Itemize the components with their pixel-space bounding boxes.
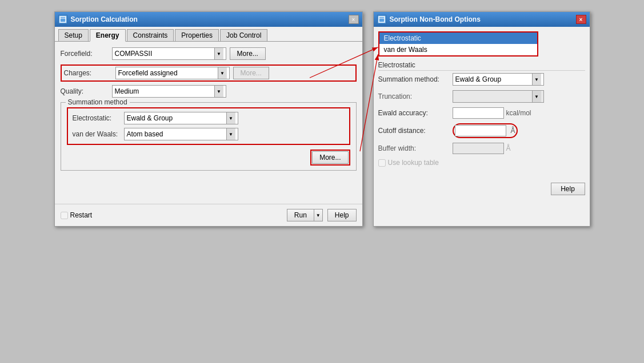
sorption-calc-bottombar: Restart Run ▼ Help (55, 204, 362, 226)
run-arrow-button[interactable]: ▼ (314, 209, 323, 221)
electrostatic-dropdown[interactable]: Ewald & Group ▼ (124, 112, 238, 124)
forcefield-row: Forcefield: COMPASSII ▼ More... (61, 47, 357, 60)
tab-properties[interactable]: Properties (175, 29, 219, 41)
nb-summation-label: Summation method: (378, 75, 453, 83)
vdw-dropdown[interactable]: Atom based ▼ (124, 128, 238, 140)
nonbond-title: Sorption Non-Bond Options (390, 15, 573, 23)
sorption-calc-content: Forcefield: COMPASSII ▼ More... Charges:… (55, 42, 362, 204)
vdw-value: Atom based (127, 130, 226, 138)
charges-more-button[interactable]: More... (233, 67, 269, 79)
nb-cutoff-unit: Å (511, 127, 515, 135)
nb-lookup-row: Use lookup table (378, 159, 585, 167)
tab-energy[interactable]: Energy (90, 29, 126, 42)
nb-lookup-label: Use lookup table (388, 159, 439, 167)
charges-controls: Forcefield assigned ▼ More... (115, 67, 353, 79)
sorption-calc-window: Sorption Calculation × Setup Energy Cons… (54, 11, 363, 227)
electrostatic-value: Ewald & Group (127, 114, 226, 122)
charges-label: Charges: (64, 69, 115, 77)
electrostatic-section-label: Electrostatic (378, 61, 585, 71)
cutoff-highlight-circle: 12.5 Å (453, 123, 518, 138)
electrostatic-row: Electrostatic: Ewald & Group ▼ (73, 112, 345, 124)
sorption-calc-titlebar: Sorption Calculation × (55, 12, 362, 27)
quality-value: Medium (115, 87, 214, 95)
restart-checkbox[interactable] (61, 212, 68, 219)
nonbond-close[interactable]: × (576, 15, 586, 24)
sorption-calc-help-button[interactable]: Help (327, 209, 357, 221)
run-split-button: Run ▼ (287, 209, 323, 221)
nb-buffer-unit: Å (506, 144, 511, 152)
nb-summation-dropdown[interactable]: Ewald & Group ▼ (453, 73, 544, 86)
summation-group: Summation method Electrostatic: Ewald & … (61, 102, 357, 171)
nonbond-listbox: Electrostatic van der Waals (378, 31, 538, 57)
summation-highlight-box: Electrostatic: Ewald & Group ▼ van der W… (67, 107, 350, 145)
nb-ewald-input[interactable]: 0.001 (453, 107, 504, 119)
vdw-row: van der Waals: Atom based ▼ (73, 128, 345, 140)
svg-rect-3 (60, 17, 66, 22)
quality-controls: Medium ▼ (112, 85, 357, 98)
forcefield-dropdown-arrow[interactable]: ▼ (214, 48, 223, 59)
quality-dropdown-arrow[interactable]: ▼ (214, 86, 223, 97)
quality-label: Quality: (61, 87, 112, 95)
sorption-calc-close[interactable]: × (349, 15, 359, 24)
more-button-container: More... (67, 150, 350, 166)
charges-highlight-box: Charges: Forcefield assigned ▼ More... (61, 64, 357, 82)
vdw-label: van der Waals: (73, 130, 124, 138)
forcefield-label: Forcefield: (61, 50, 112, 58)
list-item-vdw[interactable]: van der Waals (379, 44, 537, 55)
cutoff-inner: 12.5 Å (455, 125, 515, 136)
vdw-dropdown-arrow[interactable]: ▼ (226, 128, 235, 140)
nonbond-titlebar: Sorption Non-Bond Options × (374, 12, 590, 27)
nonbond-help-button[interactable]: Help (551, 183, 585, 195)
nonbond-options-window: Sorption Non-Bond Options × Electrostati… (373, 11, 590, 227)
nb-cutoff-input[interactable]: 12.5 (455, 125, 506, 136)
tab-setup[interactable]: Setup (58, 29, 89, 41)
nb-ewald-unit: kcal/mol (506, 109, 531, 117)
charges-value: Forcefield assigned (118, 69, 218, 77)
summation-group-title: Summation method (66, 98, 130, 106)
restart-checkbox-row: Restart (61, 211, 93, 219)
nb-truncation-row: Truncation: ▼ (378, 90, 585, 103)
nb-cutoff-label: Cutoff distance: (378, 127, 453, 135)
nonbond-content: Electrostatic van der Waals Electrostati… (374, 27, 590, 200)
forcefield-controls: COMPASSII ▼ More... (112, 47, 357, 60)
forcefield-value: COMPASSII (115, 50, 214, 58)
nb-truncation-arrow: ▼ (532, 91, 541, 102)
more-button-highlight: More... (310, 150, 350, 166)
spacer (61, 175, 357, 198)
forcefield-dropdown[interactable]: COMPASSII ▼ (112, 47, 226, 60)
nb-buffer-input: 0.5 (453, 143, 504, 154)
nb-ewald-row: Ewald accuracy: 0.001 kcal/mol (378, 107, 585, 119)
electrostatic-label: Electrostatic: (73, 114, 124, 122)
nb-summation-row: Summation method: Ewald & Group ▼ (378, 73, 585, 86)
sorption-calc-title: Sorption Calculation (71, 15, 345, 23)
nb-lookup-checkbox (378, 159, 386, 167)
charges-dropdown[interactable]: Forcefield assigned ▼ (115, 67, 230, 79)
nb-ewald-label: Ewald accuracy: (378, 109, 453, 117)
svg-rect-5 (379, 17, 385, 22)
tab-job-control[interactable]: Job Control (220, 29, 267, 41)
electrostatic-dropdown-arrow[interactable]: ▼ (226, 112, 235, 124)
electrostatic-controls: Ewald & Group ▼ (124, 112, 345, 124)
forcefield-more-button[interactable]: More... (230, 47, 266, 60)
vdw-controls: Atom based ▼ (124, 128, 345, 140)
nb-bottom: Help (378, 183, 585, 195)
nonbond-app-icon (377, 15, 386, 24)
list-item-electrostatic[interactable]: Electrostatic (379, 33, 537, 44)
summation-more-button[interactable]: More... (312, 151, 348, 164)
nb-summation-value: Ewald & Group (455, 75, 532, 83)
charges-dropdown-arrow[interactable]: ▼ (218, 67, 227, 79)
sorption-calc-tabs: Setup Energy Constraints Properties Job … (55, 27, 362, 42)
app-icon (58, 15, 67, 24)
run-button[interactable]: Run (287, 209, 314, 221)
nb-summation-arrow[interactable]: ▼ (532, 74, 541, 85)
nb-truncation-dropdown: ▼ (453, 90, 544, 103)
tab-constraints[interactable]: Constraints (127, 29, 174, 41)
quality-row: Quality: Medium ▼ (61, 85, 357, 98)
nb-buffer-row: Buffer width: 0.5 Å (378, 143, 585, 154)
nb-cutoff-row: Cutoff distance: 12.5 Å (378, 123, 585, 138)
nb-buffer-label: Buffer width: (378, 144, 453, 152)
nb-truncation-label: Truncation: (378, 92, 453, 100)
restart-label: Restart (70, 211, 93, 219)
charges-row: Charges: Forcefield assigned ▼ More... (64, 67, 353, 79)
quality-dropdown[interactable]: Medium ▼ (112, 85, 226, 98)
